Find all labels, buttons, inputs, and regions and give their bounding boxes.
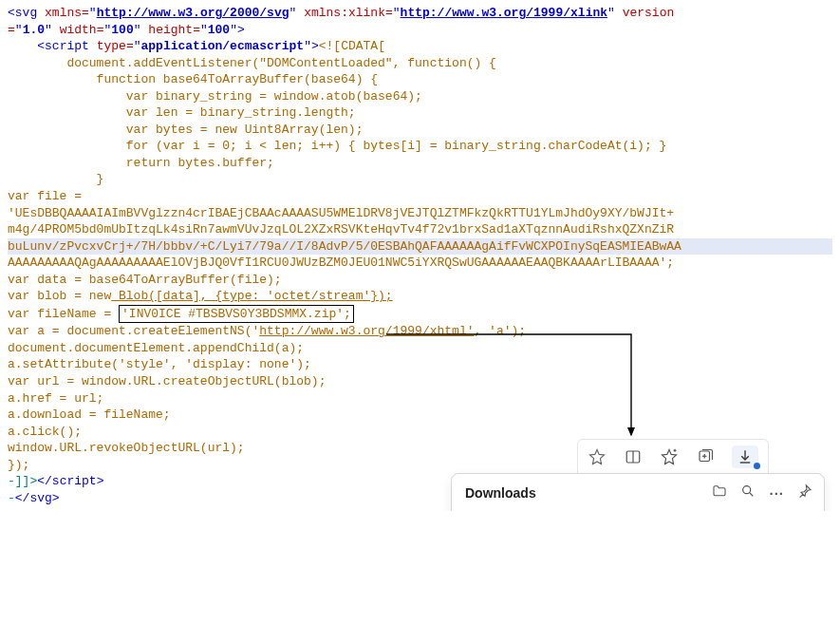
svg-line-10 xyxy=(750,493,753,496)
downloads-icon[interactable] xyxy=(732,445,758,468)
js-href: a.href = url; xyxy=(8,390,832,407)
js-line-7: return bytes.buffer; xyxy=(8,155,832,172)
js-line-8: } xyxy=(8,171,832,188)
open-folder-icon[interactable] xyxy=(712,483,727,503)
downloads-popup: Downloads ··· What do you want to do wit… xyxy=(451,473,825,511)
xmlns-attr: xmlns xyxy=(45,6,82,20)
height-val: 100 xyxy=(208,23,230,37)
js-line-6: for (var i = 0; i < len; i++) { bytes[i]… xyxy=(8,138,832,155)
width-val: 100 xyxy=(111,23,133,37)
xlink-url: http://www.w3.org/1999/xlink xyxy=(401,6,607,20)
js-line-5: var bytes = new Uint8Array(len); xyxy=(8,122,832,139)
cdata-close: -]]> xyxy=(8,474,37,488)
collections-icon[interactable] xyxy=(696,447,715,466)
more-icon[interactable]: ··· xyxy=(769,484,784,503)
xmlns-url: http://www.w3.org/2000/svg xyxy=(97,6,289,20)
favorites-icon[interactable] xyxy=(660,447,679,466)
popup-title: Downloads xyxy=(465,484,536,502)
browser-toolbar xyxy=(577,439,769,475)
js-b64-2: m4g/4PROM5bd0mUbItzqLk4siRn7awmVUvJzqLOL… xyxy=(8,221,832,238)
js-b64-4: AAAAAAAAAQAgAAAAAAAAAElOVjBJQ0VfI1RCU0JW… xyxy=(8,255,832,272)
js-append: document.documentElement.appendChild(a); xyxy=(8,340,832,357)
favorite-star-icon[interactable] xyxy=(588,447,607,466)
js-createns: var a = document.createElementNS('http:/… xyxy=(8,323,832,340)
svg-open-wrap: <svg xmlns="http://www.w3.org/2000/svg" … xyxy=(8,5,832,22)
script-close-tag: script xyxy=(52,474,97,488)
js-line-1: document.addEventListener("DOMContentLoa… xyxy=(8,55,832,72)
pin-icon[interactable] xyxy=(797,483,812,503)
js-b64-1: 'UEsDBBQAAAAIAImBVVglzzn4crIBAEjCBAAcAAA… xyxy=(8,205,832,222)
js-filename: var fileName = 'INV0ICE #TBSBVS0Y3BDSMMX… xyxy=(8,305,832,324)
svg-close-tag: svg xyxy=(29,491,51,505)
js-file-decl: var file = xyxy=(8,188,832,205)
type-val: application/ecmascript xyxy=(141,39,305,53)
version-val: 1.0 xyxy=(23,23,45,37)
js-line-4: var len = binary_string.length; xyxy=(8,104,832,122)
height-attr: height xyxy=(148,23,193,37)
js-data: var data = base64ToArrayBuffer(file); xyxy=(8,272,832,289)
popup-header: Downloads ··· xyxy=(452,474,824,511)
script-tag: script xyxy=(45,39,89,53)
svg-tag: svg xyxy=(15,6,37,20)
js-blob: var blob = new Blob([data], {type: 'octe… xyxy=(8,288,832,305)
js-line-3: var binary_string = window.atob(base64); xyxy=(8,88,832,105)
width-attr: width xyxy=(60,23,97,37)
js-setattr: a.setAttribute('style', 'display: none')… xyxy=(8,356,832,373)
version-attr: version xyxy=(623,6,675,20)
svg-point-9 xyxy=(743,486,751,494)
js-b64-3: buLunv/zPvcxvCrj+/7H/bbbv/+C/Lyi7/79a//I… xyxy=(8,238,832,256)
xlink-attr: xmlns:xlink xyxy=(304,6,385,20)
split-screen-icon[interactable] xyxy=(624,447,643,466)
script-open: <script type="application/ecmascript"><!… xyxy=(8,38,832,55)
js-click: a.click(); xyxy=(8,424,832,441)
search-icon[interactable] xyxy=(740,483,756,503)
cdata-open: <![CDATA[ xyxy=(319,39,385,53)
svg-open-2: ="1.0" width="100" height="100"> xyxy=(8,22,832,39)
filename-box: 'INV0ICE #TBSBVS0Y3BDSMMX.zip'; xyxy=(119,305,354,324)
type-attr: type xyxy=(97,39,126,53)
js-line-2: function base64ToArrayBuffer(base64) { xyxy=(8,71,832,88)
js-download: a.download = fileName; xyxy=(8,407,832,424)
js-url: var url = window.URL.createObjectURL(blo… xyxy=(8,373,832,390)
